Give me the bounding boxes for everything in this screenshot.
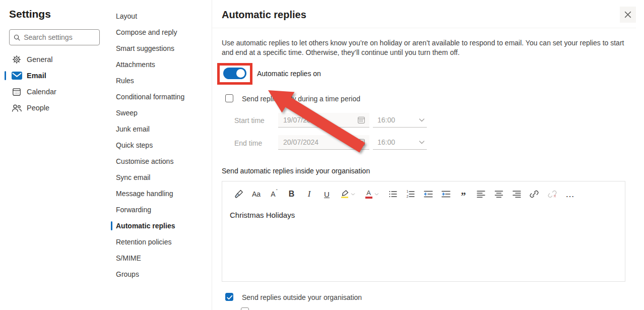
close-button[interactable] [620, 7, 636, 23]
settings-window: Settings General Email Calendar [0, 0, 644, 310]
selection-indicator [111, 221, 112, 230]
nav-item-layout[interactable]: Layout [111, 8, 207, 24]
close-icon [623, 10, 632, 19]
font-size-icon[interactable]: Aˆ [269, 188, 279, 201]
chevron-down-icon [351, 193, 355, 196]
quote-icon[interactable]: ” [458, 188, 469, 201]
outside-organisation-label: Send replies outside your organisation [242, 293, 362, 301]
calendar-icon [11, 87, 22, 96]
sidebar-item-label: General [27, 55, 53, 64]
sidebar-item-general[interactable]: General [0, 51, 103, 68]
outdent-icon[interactable] [423, 188, 433, 201]
nav-item-label: Groups [116, 270, 139, 278]
time-period-checkbox[interactable] [225, 94, 233, 102]
selection-indicator [5, 71, 6, 80]
search-settings-input[interactable] [24, 33, 95, 41]
align-center-icon[interactable] [493, 188, 504, 201]
nav-item-label: Customise actions [116, 157, 173, 165]
nav-item-automatic-replies[interactable]: Automatic replies [111, 218, 207, 234]
chevron-down-icon [419, 140, 425, 145]
sidebar-category-list: General Email Calendar People [0, 51, 103, 116]
nav-item-label: Junk email [116, 125, 150, 133]
bullet-list-icon[interactable] [388, 188, 398, 201]
calendar-picker-icon [357, 116, 365, 124]
nav-item-message-handling[interactable]: Message handling [111, 185, 207, 202]
search-settings-box[interactable] [9, 29, 100, 45]
nav-item-label: Retention policies [116, 238, 172, 246]
sidebar-item-label: Email [27, 72, 46, 80]
nav-item-label: Attachments [116, 60, 155, 69]
font-icon[interactable]: Aa [251, 188, 262, 201]
settings-heading: Settings [9, 8, 51, 20]
align-left-icon[interactable] [476, 188, 486, 201]
nav-item-junk-email[interactable]: Junk email [111, 121, 207, 137]
check-icon [226, 293, 234, 301]
nav-item-rules[interactable]: Rules [111, 73, 207, 89]
sidebar-item-calendar[interactable]: Calendar [0, 84, 103, 100]
settings-nav-list: LayoutCompose and replySmart suggestions… [111, 8, 207, 282]
reply-message-text[interactable]: Christmas Holidays [230, 211, 625, 219]
page-title: Automatic replies [222, 9, 306, 21]
search-icon [14, 34, 20, 41]
nav-item-label: Message handling [116, 190, 173, 198]
start-date-field[interactable]: 19/07/2024 [278, 113, 369, 128]
header-divider [212, 28, 636, 28]
calendar-picker-icon [357, 138, 365, 146]
underline-icon[interactable]: U [321, 188, 332, 201]
numbered-list-icon[interactable]: 12 [405, 188, 416, 201]
time-period-label: Send replies only during a time period [242, 95, 360, 103]
text-highlight-icon[interactable] [339, 188, 356, 201]
nav-item-s-mime[interactable]: S/MIME [111, 250, 207, 266]
end-time-value: 16:00 [377, 138, 419, 146]
nav-item-forwarding[interactable]: Forwarding [111, 202, 207, 218]
end-date-value: 20/07/2024 [283, 138, 357, 146]
start-time-label: Start time [234, 116, 265, 125]
caret-glyph: ˆ [276, 189, 278, 194]
font-color-icon[interactable]: A [363, 188, 380, 201]
font-color-bar [365, 197, 372, 199]
sidebar-item-label: Calendar [27, 88, 56, 96]
nav-item-sync-email[interactable]: Sync email [111, 169, 207, 185]
nav-item-label: Automatic replies [116, 222, 175, 230]
highlight-color-bar [341, 197, 348, 199]
nav-item-quick-steps[interactable]: Quick steps [111, 137, 207, 153]
nav-item-label: Layout [116, 12, 137, 20]
chevron-down-icon [374, 193, 379, 196]
nav-item-retention-policies[interactable]: Retention policies [111, 234, 207, 250]
nav-item-conditional-formatting[interactable]: Conditional formatting [111, 89, 207, 105]
people-icon [11, 104, 22, 112]
nav-item-label: Conditional formatting [116, 93, 184, 101]
nav-item-compose-and-reply[interactable]: Compose and reply [111, 24, 207, 40]
format-painter-icon[interactable] [233, 188, 244, 201]
automatic-replies-toggle[interactable] [223, 68, 246, 79]
sidebar-item-people[interactable]: People [0, 100, 103, 116]
description-text: Use automatic replies to let others know… [222, 38, 626, 57]
nav-item-label: Sweep [116, 109, 138, 117]
sidebar-item-label: People [27, 104, 49, 112]
nav-item-sweep[interactable]: Sweep [111, 105, 207, 121]
remove-link-icon[interactable] [547, 188, 558, 201]
italic-icon[interactable]: I [304, 188, 314, 201]
nav-item-label: Forwarding [116, 206, 151, 214]
outside-organisation-checkbox[interactable] [225, 293, 233, 301]
toggle-knob [236, 69, 245, 78]
nav-item-label: Sync email [116, 173, 150, 181]
nav-item-smart-suggestions[interactable]: Smart suggestions [111, 40, 207, 56]
nav-item-label: Smart suggestions [116, 44, 174, 52]
svg-text:2: 2 [406, 195, 408, 198]
nav-item-groups[interactable]: Groups [111, 266, 207, 282]
align-right-icon[interactable] [511, 188, 522, 201]
inside-organisation-label: Send automatic replies inside your organ… [222, 167, 370, 175]
insert-link-icon[interactable] [529, 188, 540, 201]
indent-icon[interactable] [440, 188, 451, 201]
start-time-dropdown[interactable]: 16:00 [373, 113, 427, 128]
reply-editor[interactable]: Aa Aˆ B I U A [222, 181, 625, 282]
nav-item-customise-actions[interactable]: Customise actions [111, 153, 207, 169]
contacts-only-checkbox[interactable] [241, 307, 249, 310]
bold-icon[interactable]: B [286, 188, 297, 201]
end-time-dropdown[interactable]: 16:00 [373, 135, 427, 150]
nav-item-attachments[interactable]: Attachments [111, 56, 207, 73]
more-options-icon[interactable]: … [565, 188, 575, 201]
sidebar-item-email[interactable]: Email [0, 68, 103, 84]
end-date-field[interactable]: 20/07/2024 [278, 135, 369, 150]
